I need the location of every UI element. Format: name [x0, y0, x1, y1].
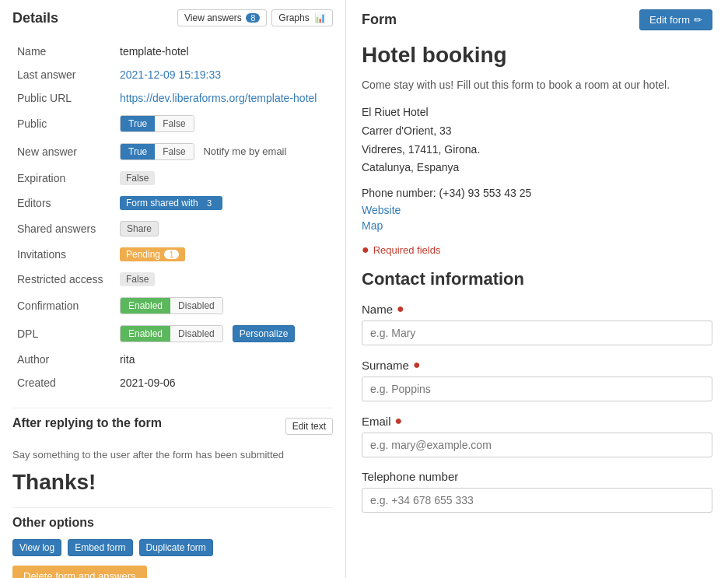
last-answer-link[interactable]: 2021-12-09 15:19:33	[120, 68, 221, 81]
details-table: Name template-hotel Last answer 2021-12-…	[12, 39, 333, 395]
website-link[interactable]: Website	[362, 204, 401, 216]
address-line-3: Vidreres, 17411, Girona.	[362, 141, 712, 159]
row-label: Name	[14, 40, 115, 62]
other-options-buttons: View log Embed form Duplicate form	[12, 539, 333, 556]
panel-header: Details View answers 8 Graphs 📊	[12, 9, 333, 26]
after-reply-header: After replying to the form Edit text	[12, 416, 333, 436]
email-label: Email ●	[362, 414, 712, 428]
editors-badge: 3	[202, 198, 216, 208]
public-false-btn[interactable]: False	[155, 116, 193, 131]
surname-input[interactable]	[362, 377, 712, 401]
pending-button[interactable]: Pending 1	[120, 247, 185, 261]
row-value: Pending 1	[117, 243, 331, 266]
name-required: ●	[397, 302, 404, 316]
row-value: template-hotel	[117, 40, 331, 62]
dpl-enabled-btn[interactable]: Enabled	[121, 326, 170, 342]
thanks-content: Thanks!	[12, 470, 333, 495]
edit-form-button[interactable]: Edit form ✏	[639, 9, 712, 30]
dpl-toggle: Enabled Disabled	[120, 325, 223, 342]
name-label: Name ●	[362, 302, 712, 316]
notify-label: Notify me by email	[203, 145, 286, 157]
table-row: Editors Form shared with 3	[14, 191, 331, 215]
row-label: Last answer	[14, 64, 115, 86]
bar-chart-icon: 📊	[314, 12, 326, 23]
email-input[interactable]	[362, 433, 712, 457]
row-label: Shared answers	[14, 216, 115, 241]
row-value: Share	[117, 216, 331, 241]
other-options-title: Other options	[12, 516, 333, 530]
delete-form-button[interactable]: Delete form and answers	[12, 566, 147, 578]
telephone-label: Telephone number	[362, 470, 712, 483]
address-line-2: Carrer d'Orient, 33	[362, 122, 712, 141]
surname-field: Surname ●	[362, 358, 712, 401]
row-value: False	[117, 166, 331, 190]
new-answer-false-btn[interactable]: False	[155, 144, 193, 159]
row-label: Confirmation	[14, 293, 115, 319]
name-input[interactable]	[362, 321, 712, 345]
restricted-access-tag: False	[120, 272, 155, 286]
view-answers-button[interactable]: View answers 8	[177, 9, 267, 26]
answers-badge: 8	[246, 13, 260, 23]
row-value: https://dev.liberaforms.org/template-hot…	[117, 87, 331, 109]
row-value: True False	[117, 110, 331, 137]
edit-form-label: Edit form	[649, 14, 690, 26]
surname-required: ●	[413, 358, 421, 372]
row-value: False	[117, 268, 331, 291]
table-row: Shared answers Share	[14, 216, 331, 241]
row-label: Public URL	[14, 87, 115, 109]
table-row: Public True False	[14, 110, 331, 137]
table-row: Restricted access False	[14, 268, 331, 291]
telephone-input[interactable]	[362, 488, 712, 513]
table-row: Confirmation Enabled Disabled	[14, 293, 331, 319]
share-button[interactable]: Share	[120, 221, 159, 236]
table-row: DPL Enabled Disabled Personalize	[14, 321, 331, 347]
form-label: Form	[362, 12, 397, 28]
table-row: Invitations Pending 1	[14, 243, 331, 266]
table-row: Last answer 2021-12-09 15:19:33	[14, 64, 331, 86]
row-label: Restricted access	[14, 268, 115, 291]
row-label: DPL	[14, 321, 115, 347]
form-panel-header: Form Edit form ✏	[362, 9, 712, 30]
pencil-icon: ✏	[694, 14, 702, 26]
after-reply-subtitle: Say something to the user after the form…	[12, 449, 333, 461]
telephone-field: Telephone number	[362, 470, 712, 513]
top-buttons: View answers 8 Graphs 📊	[177, 9, 333, 26]
confirmation-toggle: Enabled Disabled	[120, 297, 223, 314]
surname-label: Surname ●	[362, 358, 712, 372]
form-shared-button[interactable]: Form shared with 3	[120, 196, 222, 210]
row-value: 2021-09-06	[117, 372, 331, 394]
view-log-button[interactable]: View log	[12, 539, 61, 556]
confirmation-disabled-btn[interactable]: Disabled	[170, 298, 222, 314]
dpl-disabled-btn[interactable]: Disabled	[170, 326, 222, 342]
row-label: Created	[14, 372, 115, 394]
contact-section-title: Contact information	[362, 269, 712, 289]
new-answer-toggle: True False	[120, 143, 194, 160]
graphs-button[interactable]: Graphs 📊	[271, 9, 333, 26]
row-value: 2021-12-09 15:19:33	[117, 64, 331, 86]
table-row: Created 2021-09-06	[14, 372, 331, 394]
duplicate-form-button[interactable]: Duplicate form	[139, 539, 213, 556]
hotel-address: El Riuet Hotel Carrer d'Orient, 33 Vidre…	[362, 103, 712, 177]
email-required: ●	[395, 414, 403, 428]
new-answer-true-btn[interactable]: True	[121, 144, 155, 159]
hotel-description: Come stay with us! Fill out this form to…	[362, 79, 712, 91]
embed-form-button[interactable]: Embed form	[68, 539, 132, 556]
after-reply-title: After replying to the form	[12, 416, 162, 430]
public-true-btn[interactable]: True	[121, 116, 155, 131]
row-value: Form shared with 3	[117, 191, 331, 215]
row-label: Author	[14, 349, 115, 370]
hotel-booking-title: Hotel booking	[362, 43, 712, 68]
right-panel: Form Edit form ✏ Hotel booking Come stay…	[346, 0, 728, 578]
row-label: Expiration	[14, 166, 115, 190]
table-row: Name template-hotel	[14, 40, 331, 62]
personalize-button[interactable]: Personalize	[233, 325, 296, 342]
row-value: Enabled Disabled Personalize	[117, 321, 331, 347]
confirmation-enabled-btn[interactable]: Enabled	[121, 298, 170, 314]
row-value: True False Notify me by email	[117, 138, 331, 165]
public-url-link[interactable]: https://dev.liberaforms.org/template-hot…	[120, 92, 317, 104]
row-label: New answer	[14, 138, 115, 165]
email-field: Email ●	[362, 414, 712, 457]
edit-text-button[interactable]: Edit text	[285, 418, 333, 435]
address-line-1: El Riuet Hotel	[362, 103, 712, 122]
map-link[interactable]: Map	[362, 219, 383, 232]
